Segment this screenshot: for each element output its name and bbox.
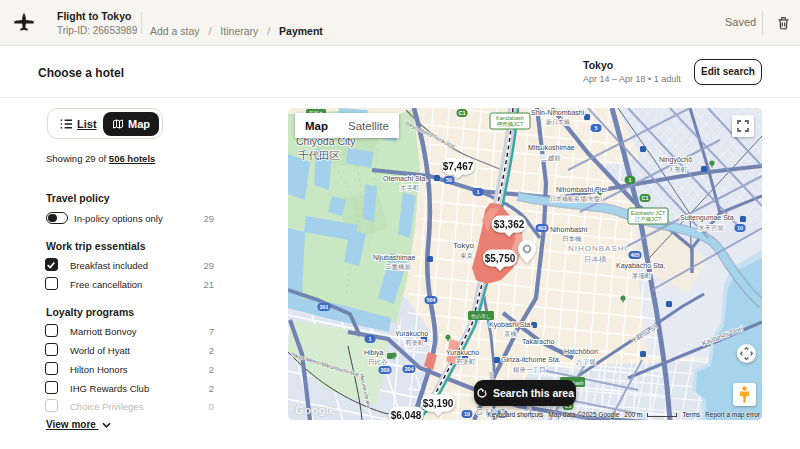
svg-text:10: 10: [464, 411, 470, 417]
svg-text:$6,048: $6,048: [391, 410, 422, 421]
svg-text:1: 1: [628, 177, 631, 183]
svg-text:Hatchōbori: Hatchōbori: [564, 348, 598, 355]
svg-text:水天宮前: 水天宮前: [698, 224, 725, 232]
svg-text:竹の市し: 竹の市し: [471, 313, 491, 319]
svg-text:千代田区: 千代田区: [298, 149, 341, 161]
svg-text:八丁堀: 八丁堀: [576, 358, 596, 366]
svg-text:$3,362: $3,362: [494, 219, 525, 230]
svg-text:Takaracho: Takaracho: [522, 338, 554, 345]
svg-text:403: 403: [537, 225, 546, 231]
svg-text:$5,750: $5,750: [485, 253, 516, 264]
svg-text:京橋: 京橋: [504, 330, 518, 337]
svg-text:Otemachi Sta.: Otemachi Sta.: [383, 175, 427, 182]
svg-text:銀座一丁目: 銀座一丁目: [513, 366, 546, 373]
svg-text:有楽町: 有楽町: [456, 358, 476, 365]
svg-text:1: 1: [368, 336, 371, 342]
svg-text:新日本橋: 新日本橋: [546, 118, 570, 126]
svg-text:Tokyo: Tokyo: [453, 241, 474, 250]
svg-text:10: 10: [737, 225, 743, 231]
svg-text:人形町: 人形町: [668, 166, 688, 174]
svg-text:$7,467: $7,467: [443, 161, 474, 172]
svg-text:Edobashi JCT: Edobashi JCT: [631, 210, 666, 216]
svg-text:405: 405: [630, 252, 639, 258]
svg-text:三越前: 三越前: [541, 154, 561, 162]
svg-text:504: 504: [426, 297, 436, 303]
svg-text:日本橋船着場(常盤): 日本橋船着場(常盤): [550, 195, 602, 203]
svg-text:C1: C1: [641, 195, 648, 201]
svg-text:304: 304: [404, 366, 414, 372]
svg-text:Kayabacho Sta.: Kayabacho Sta.: [616, 262, 665, 270]
svg-text:日本橋: 日本橋: [562, 235, 582, 242]
svg-text:Nihombashi Pier: Nihombashi Pier: [556, 186, 608, 193]
svg-text:309: 309: [380, 367, 389, 373]
svg-text:301: 301: [319, 304, 328, 310]
svg-text:日本橋: 日本橋: [584, 255, 607, 264]
svg-text:Kandabash: Kandabash: [496, 115, 524, 121]
svg-text:1: 1: [476, 189, 479, 195]
svg-text:Ningyōchō: Ningyōchō: [659, 156, 692, 164]
svg-text:大手町: 大手町: [400, 184, 420, 191]
svg-text:Yurakucho: Yurakucho: [446, 349, 479, 356]
svg-text:Hibiya: Hibiya: [364, 349, 384, 357]
svg-text:5: 5: [594, 125, 597, 131]
svg-text:NIHONBASHI: NIHONBASHI: [568, 244, 628, 253]
svg-text:Nihombashi: Nihombashi: [550, 226, 587, 233]
svg-text:Suitengumae Sta.: Suitengumae Sta.: [680, 214, 736, 222]
svg-text:江戸橋JCT: 江戸橋JCT: [635, 216, 662, 223]
svg-text:$3,190: $3,190: [423, 398, 454, 409]
svg-text:Nijubashimae: Nijubashimae: [373, 254, 416, 262]
svg-text:C1: C1: [458, 110, 465, 116]
svg-text:Shin-Nihombashi: Shin-Nihombashi: [531, 109, 585, 116]
svg-text:有楽町: 有楽町: [405, 339, 425, 346]
svg-text:Mitsukoshimae: Mitsukoshimae: [528, 144, 575, 151]
svg-text:日比谷: 日比谷: [368, 358, 388, 366]
svg-text:50: 50: [446, 177, 452, 183]
svg-text:Kyobashi Sta.: Kyobashi Sta.: [489, 321, 532, 329]
svg-text:東京: 東京: [460, 252, 474, 259]
svg-text:Yurakucho: Yurakucho: [395, 330, 428, 337]
svg-text:茅場町: 茅場町: [631, 272, 652, 280]
svg-text:神田橋JCT: 神田橋JCT: [497, 121, 524, 127]
svg-text:Ginza-itchome Sta.: Ginza-itchome Sta.: [501, 356, 561, 363]
svg-text:二重橋前: 二重橋前: [385, 263, 412, 270]
